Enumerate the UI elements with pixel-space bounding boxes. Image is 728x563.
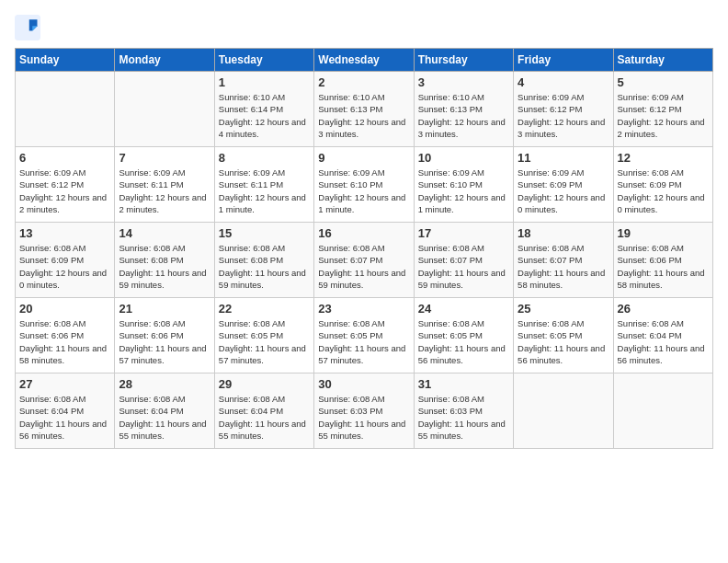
- cell-info: Sunrise: 6:08 AM Sunset: 6:04 PM Dayligh…: [119, 393, 210, 442]
- calendar-cell: 6Sunrise: 6:09 AM Sunset: 6:12 PM Daylig…: [16, 147, 115, 223]
- calendar-cell: 24Sunrise: 6:08 AM Sunset: 6:05 PM Dayli…: [414, 298, 513, 373]
- calendar-cell: 23Sunrise: 6:08 AM Sunset: 6:05 PM Dayli…: [314, 298, 414, 373]
- calendar-cell: 9Sunrise: 6:09 AM Sunset: 6:10 PM Daylig…: [314, 147, 414, 223]
- day-number: 29: [219, 377, 310, 391]
- calendar-cell: 26Sunrise: 6:08 AM Sunset: 6:04 PM Dayli…: [613, 298, 712, 373]
- cell-info: Sunrise: 6:08 AM Sunset: 6:07 PM Dayligh…: [318, 242, 409, 291]
- cell-info: Sunrise: 6:08 AM Sunset: 6:05 PM Dayligh…: [418, 317, 509, 366]
- cell-info: Sunrise: 6:10 AM Sunset: 6:13 PM Dayligh…: [318, 91, 409, 140]
- day-number: 21: [119, 302, 210, 316]
- calendar-table: SundayMondayTuesdayWednesdayThursdayFrid…: [15, 48, 713, 449]
- calendar-week-row: 20Sunrise: 6:08 AM Sunset: 6:06 PM Dayli…: [16, 298, 713, 373]
- cell-info: Sunrise: 6:08 AM Sunset: 6:09 PM Dayligh…: [618, 167, 709, 215]
- calendar-cell: 8Sunrise: 6:09 AM Sunset: 6:11 PM Daylig…: [214, 147, 313, 223]
- calendar-week-row: 13Sunrise: 6:08 AM Sunset: 6:09 PM Dayli…: [16, 223, 713, 298]
- cell-info: Sunrise: 6:10 AM Sunset: 6:14 PM Dayligh…: [219, 91, 310, 140]
- cell-info: Sunrise: 6:09 AM Sunset: 6:12 PM Dayligh…: [19, 167, 110, 215]
- header-day-monday: Monday: [115, 49, 214, 72]
- calendar-cell: 21Sunrise: 6:08 AM Sunset: 6:06 PM Dayli…: [115, 298, 214, 373]
- cell-info: Sunrise: 6:08 AM Sunset: 6:06 PM Dayligh…: [119, 317, 210, 366]
- calendar-cell: 30Sunrise: 6:08 AM Sunset: 6:03 PM Dayli…: [314, 373, 414, 449]
- day-number: 10: [418, 151, 509, 165]
- cell-info: Sunrise: 6:09 AM Sunset: 6:09 PM Dayligh…: [518, 167, 609, 215]
- calendar-cell: 22Sunrise: 6:08 AM Sunset: 6:05 PM Dayli…: [214, 298, 313, 373]
- cell-info: Sunrise: 6:08 AM Sunset: 6:09 PM Dayligh…: [19, 242, 110, 291]
- cell-info: Sunrise: 6:10 AM Sunset: 6:13 PM Dayligh…: [418, 91, 509, 140]
- day-number: 4: [518, 75, 609, 89]
- cell-info: Sunrise: 6:09 AM Sunset: 6:12 PM Dayligh…: [618, 91, 709, 140]
- cell-info: Sunrise: 6:09 AM Sunset: 6:11 PM Dayligh…: [119, 167, 210, 215]
- cell-info: Sunrise: 6:08 AM Sunset: 6:06 PM Dayligh…: [19, 317, 110, 366]
- cell-info: Sunrise: 6:08 AM Sunset: 6:05 PM Dayligh…: [518, 317, 609, 366]
- cell-info: Sunrise: 6:08 AM Sunset: 6:07 PM Dayligh…: [518, 242, 609, 291]
- day-number: 26: [618, 302, 709, 316]
- calendar-cell: 18Sunrise: 6:08 AM Sunset: 6:07 PM Dayli…: [514, 223, 613, 298]
- calendar-cell: 12Sunrise: 6:08 AM Sunset: 6:09 PM Dayli…: [613, 147, 712, 223]
- cell-info: Sunrise: 6:08 AM Sunset: 6:04 PM Dayligh…: [618, 317, 709, 366]
- day-number: 20: [19, 302, 110, 316]
- calendar-header-row: SundayMondayTuesdayWednesdayThursdayFrid…: [16, 49, 713, 72]
- calendar-week-row: 27Sunrise: 6:08 AM Sunset: 6:04 PM Dayli…: [16, 373, 713, 449]
- day-number: 11: [518, 151, 609, 165]
- day-number: 3: [418, 75, 509, 89]
- day-number: 22: [219, 302, 310, 316]
- cell-info: Sunrise: 6:08 AM Sunset: 6:08 PM Dayligh…: [119, 242, 210, 291]
- calendar-cell: [115, 72, 214, 147]
- calendar-cell: 11Sunrise: 6:09 AM Sunset: 6:09 PM Dayli…: [514, 147, 613, 223]
- day-number: 30: [318, 377, 409, 391]
- header-day-saturday: Saturday: [613, 49, 712, 72]
- calendar-cell: 15Sunrise: 6:08 AM Sunset: 6:08 PM Dayli…: [214, 223, 313, 298]
- calendar-cell: 14Sunrise: 6:08 AM Sunset: 6:08 PM Dayli…: [115, 223, 214, 298]
- logo: [15, 15, 44, 40]
- day-number: 19: [618, 226, 709, 240]
- day-number: 15: [219, 226, 310, 240]
- calendar-cell: 25Sunrise: 6:08 AM Sunset: 6:05 PM Dayli…: [514, 298, 613, 373]
- calendar-cell: 27Sunrise: 6:08 AM Sunset: 6:04 PM Dayli…: [16, 373, 115, 449]
- logo-icon: [15, 15, 40, 40]
- day-number: 27: [19, 377, 110, 391]
- calendar-cell: [613, 373, 712, 449]
- calendar-cell: 7Sunrise: 6:09 AM Sunset: 6:11 PM Daylig…: [115, 147, 214, 223]
- cell-info: Sunrise: 6:08 AM Sunset: 6:06 PM Dayligh…: [618, 242, 709, 291]
- day-number: 23: [318, 302, 409, 316]
- cell-info: Sunrise: 6:08 AM Sunset: 6:05 PM Dayligh…: [318, 317, 409, 366]
- header-day-wednesday: Wednesday: [314, 49, 414, 72]
- calendar-cell: 20Sunrise: 6:08 AM Sunset: 6:06 PM Dayli…: [16, 298, 115, 373]
- calendar-week-row: 1Sunrise: 6:10 AM Sunset: 6:14 PM Daylig…: [16, 72, 713, 147]
- cell-info: Sunrise: 6:08 AM Sunset: 6:08 PM Dayligh…: [219, 242, 310, 291]
- day-number: 17: [418, 226, 509, 240]
- calendar-cell: 10Sunrise: 6:09 AM Sunset: 6:10 PM Dayli…: [414, 147, 513, 223]
- header-day-sunday: Sunday: [16, 49, 115, 72]
- day-number: 6: [19, 151, 110, 165]
- day-number: 5: [618, 75, 709, 89]
- calendar-cell: 3Sunrise: 6:10 AM Sunset: 6:13 PM Daylig…: [414, 72, 513, 147]
- cell-info: Sunrise: 6:09 AM Sunset: 6:10 PM Dayligh…: [318, 167, 409, 215]
- header: [15, 15, 713, 40]
- svg-rect-0: [15, 15, 40, 40]
- calendar-cell: 13Sunrise: 6:08 AM Sunset: 6:09 PM Dayli…: [16, 223, 115, 298]
- day-number: 25: [518, 302, 609, 316]
- day-number: 13: [19, 226, 110, 240]
- day-number: 1: [219, 75, 310, 89]
- calendar-cell: 31Sunrise: 6:08 AM Sunset: 6:03 PM Dayli…: [414, 373, 513, 449]
- header-day-friday: Friday: [514, 49, 613, 72]
- day-number: 7: [119, 151, 210, 165]
- cell-info: Sunrise: 6:08 AM Sunset: 6:07 PM Dayligh…: [418, 242, 509, 291]
- day-number: 9: [318, 151, 409, 165]
- day-number: 28: [119, 377, 210, 391]
- calendar-cell: 19Sunrise: 6:08 AM Sunset: 6:06 PM Dayli…: [613, 223, 712, 298]
- calendar-cell: 4Sunrise: 6:09 AM Sunset: 6:12 PM Daylig…: [514, 72, 613, 147]
- calendar-cell: 1Sunrise: 6:10 AM Sunset: 6:14 PM Daylig…: [214, 72, 313, 147]
- cell-info: Sunrise: 6:09 AM Sunset: 6:11 PM Dayligh…: [219, 167, 310, 215]
- calendar-week-row: 6Sunrise: 6:09 AM Sunset: 6:12 PM Daylig…: [16, 147, 713, 223]
- calendar-cell: 29Sunrise: 6:08 AM Sunset: 6:04 PM Dayli…: [214, 373, 313, 449]
- cell-info: Sunrise: 6:08 AM Sunset: 6:03 PM Dayligh…: [418, 393, 509, 442]
- day-number: 12: [618, 151, 709, 165]
- cell-info: Sunrise: 6:08 AM Sunset: 6:03 PM Dayligh…: [318, 393, 409, 442]
- calendar-cell: 5Sunrise: 6:09 AM Sunset: 6:12 PM Daylig…: [613, 72, 712, 147]
- calendar-cell: 17Sunrise: 6:08 AM Sunset: 6:07 PM Dayli…: [414, 223, 513, 298]
- cell-info: Sunrise: 6:08 AM Sunset: 6:04 PM Dayligh…: [19, 393, 110, 442]
- day-number: 16: [318, 226, 409, 240]
- day-number: 24: [418, 302, 509, 316]
- cell-info: Sunrise: 6:08 AM Sunset: 6:05 PM Dayligh…: [219, 317, 310, 366]
